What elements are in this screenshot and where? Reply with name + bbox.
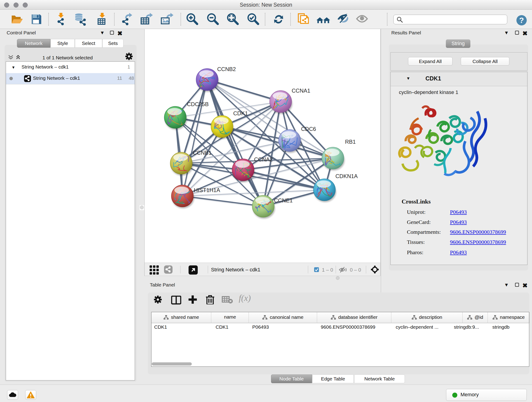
svg-text:CDC25B: CDC25B [187, 101, 209, 107]
svg-text:CCNB1: CCNB1 [193, 150, 211, 156]
svg-text:CDC6: CDC6 [301, 126, 316, 132]
svg-text:CCNA1: CCNA1 [292, 88, 310, 94]
svg-text:CCNA2: CCNA2 [254, 156, 273, 162]
svg-text:CDKN1A: CDKN1A [336, 173, 358, 179]
svg-text:CCNE1: CCNE1 [274, 197, 293, 204]
svg-text:CCNB2: CCNB2 [217, 66, 236, 72]
svg-text:CDK1: CDK1 [233, 110, 248, 116]
svg-text:RB1: RB1 [345, 139, 356, 145]
svg-text:HIST1H1A: HIST1H1A [194, 187, 220, 193]
